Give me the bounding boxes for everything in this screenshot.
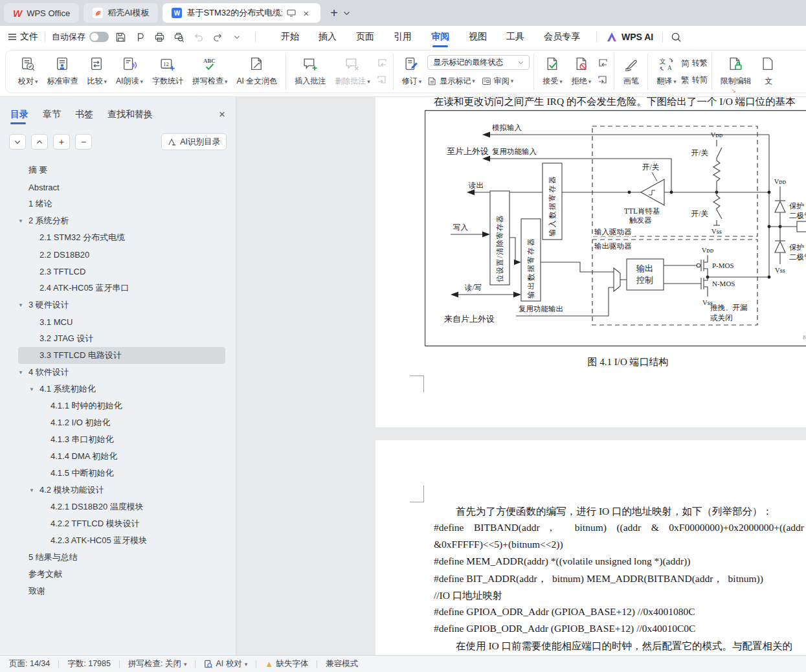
sidebar-tab-bookmarks[interactable]: 书签 [75,105,93,124]
word-count-indicator[interactable]: 字数: 17985 [67,658,111,669]
reject-revision-button[interactable]: 拒绝▾ [567,52,596,92]
standard-review-button[interactable]: 标准审查 [43,52,83,92]
bit-set-reset-register-box: 位设置/清除寄存器 [490,191,509,285]
sidebar-tab-chapters[interactable]: 章节 [43,105,61,124]
menu-reference[interactable]: 引用 [394,26,412,48]
traditional-to-simplified-button[interactable]: 繁 转简 [681,73,708,87]
save-icon[interactable] [114,30,127,43]
wps-ai-button[interactable]: WPS AI [606,32,653,42]
ink-pen-button[interactable]: 画笔 [618,52,644,92]
sidebar-tab-contents[interactable]: 目录 [10,105,28,124]
ink-pen-label: 画笔 [623,76,639,87]
insert-comment-button[interactable]: 插入批注 [290,52,330,92]
document-area[interactable]: 在读和更改访问之间产生 IRQ 的不会发生危险。下图给出了一个 I/O 端口位的… [236,97,806,655]
markup-state-dropdown[interactable]: 显示标记的最终状态 [427,55,530,70]
toc-item[interactable]: 4.1.4 DMA 初始化 [18,448,225,465]
collapse-triangle-icon[interactable]: ▼ [18,370,28,375]
clipped-ribbon-button[interactable]: 文 [756,52,781,92]
group-expand-icon[interactable]: ↘ [731,87,736,94]
toc-item[interactable]: 4.2.1 DS18B20 温度模块 [18,498,225,515]
page-indicator[interactable]: 页面: 14/34 [9,658,50,669]
compat-mode-indicator[interactable]: 兼容模式 [326,658,358,669]
proofread-icon [20,56,36,73]
toc-item[interactable]: 4.1.3 串口初始化 [18,431,225,448]
reviewers-button[interactable]: 审阅▾ [482,74,514,88]
simplified-to-traditional-button[interactable]: 简 转繁 [681,56,708,71]
toc-item[interactable]: 2.4 ATK-HC05 蓝牙串口 [18,280,225,297]
toc-item[interactable]: 4.2.3 ATK-HC05 蓝牙模块 [18,532,225,549]
toc-item[interactable]: 5 结果与总结 [18,549,225,566]
toc-item[interactable]: 2.1 STM32 分布式电缆 [18,229,225,246]
print-preview-icon[interactable] [172,30,185,43]
toc-expand-button[interactable]: + [53,134,70,150]
screen-share-icon[interactable] [287,9,296,17]
show-markup-button[interactable]: 显示标记▾ [427,74,475,88]
toc-item[interactable]: 2.3 TFTLCD [18,263,225,280]
ai-recognize-toc-button[interactable]: AI识别目录 [161,133,227,150]
collapse-triangle-icon[interactable]: ▼ [18,218,28,224]
toc-item[interactable]: 4.2.2 TFTLCD 模块设计 [18,515,225,532]
toc-previous-button[interactable] [31,134,48,150]
ai-proofread-status[interactable]: AI 校对 ▾ [204,658,247,669]
toc-item[interactable]: 参考文献 [18,566,225,583]
track-changes-button[interactable]: 修订▾ [397,52,427,92]
toc-item[interactable]: 4.1.2 I/O 初始化 [18,414,225,431]
collapse-triangle-icon[interactable]: ▼ [18,302,28,308]
close-sidebar-icon[interactable]: × [219,108,225,121]
tab-wps-office[interactable]: W WPS Office [4,3,79,23]
close-tab-icon[interactable]: × [300,8,311,19]
toc-item[interactable]: 致谢 [18,583,225,599]
menu-membership[interactable]: 会员专享 [544,26,580,48]
toc-item[interactable]: ▼3 硬件设计 [18,297,225,313]
missing-font-warning[interactable]: ▲ 缺失字体 [265,658,308,669]
word-count-button[interactable]: 12 字数统计 [148,52,188,92]
proofread-button[interactable]: 校对▾ [14,52,43,92]
sidebar-tab-find-replace[interactable]: 查找和替换 [107,105,153,124]
print-icon[interactable] [153,30,166,43]
search-icon[interactable] [669,30,682,43]
autosave-toggle[interactable] [89,32,109,42]
menu-tools[interactable]: 工具 [506,26,524,48]
toc-next-button[interactable] [9,134,26,150]
undo-redo-chevron-icon[interactable] [230,30,243,43]
file-menu[interactable]: 文件 [8,31,38,43]
toc-item[interactable]: 1 绪论 [18,196,225,212]
collapse-triangle-icon[interactable]: ▼ [29,487,39,493]
toc-item[interactable]: 摘 要 [18,162,225,179]
traditional-char-icon: 繁 [681,74,689,86]
toc-item[interactable]: 4.1.5 中断初始化 [18,465,225,482]
tab-document[interactable]: W 基于STM32的分布式电缆温... × [162,3,320,23]
toc-item[interactable]: ▼4.2 模块功能设计 [18,482,225,498]
toc-collapse-button[interactable]: − [75,134,92,150]
spellcheck-status[interactable]: 拼写检查: 关闭 ▾ [128,658,186,669]
spell-check-button[interactable]: ABC 拼写检查▾ [188,52,232,92]
ai-polish-button[interactable]: AI 全文润色 [232,52,282,92]
compare-button[interactable]: 比较▾ [83,52,112,92]
redo-icon[interactable] [211,30,224,43]
menu-page[interactable]: 页面 [356,26,374,48]
menu-view[interactable]: 视图 [469,26,487,48]
export-pdf-icon[interactable] [133,30,146,43]
menu-insert[interactable]: 插入 [319,26,337,48]
tab-docer-templates[interactable]: 稻壳AI模板 [84,3,158,23]
menu-home[interactable]: 开始 [281,26,299,48]
previous-revision-icon[interactable] [596,57,610,70]
toc-item[interactable]: ▼2 系统分析 [18,212,225,229]
toc-item[interactable]: ▼4.1 系统初始化 [18,381,225,398]
translate-button[interactable]: 文A 翻译▾ [652,52,681,92]
toc-item[interactable]: 3.2 JTAG 设计 [18,330,225,347]
collapse-triangle-icon[interactable]: ▼ [29,386,39,392]
ai-read-aloud-button[interactable]: AI朗读▾ [111,52,148,92]
new-tab-button[interactable]: + [325,6,343,21]
toc-item[interactable]: Abstract [18,179,225,196]
accept-revision-button[interactable]: 接受▾ [538,52,567,92]
restrict-editing-button[interactable]: 限制编辑 [716,52,756,92]
tab-list-chevron-icon[interactable] [343,11,350,16]
toc-item[interactable]: ▼4 软件设计 [18,364,225,381]
toc-item[interactable]: 3.1 MCU [18,313,225,330]
toc-item[interactable]: 3.3 TFTLCD 电路设计 [18,347,225,364]
toc-item[interactable]: 4.1.1 时钟的初始化 [18,398,225,414]
toc-item[interactable]: 2.2 DS18B20 [18,246,225,263]
next-revision-icon[interactable] [596,74,610,87]
menu-review[interactable]: 审阅 [431,26,449,48]
